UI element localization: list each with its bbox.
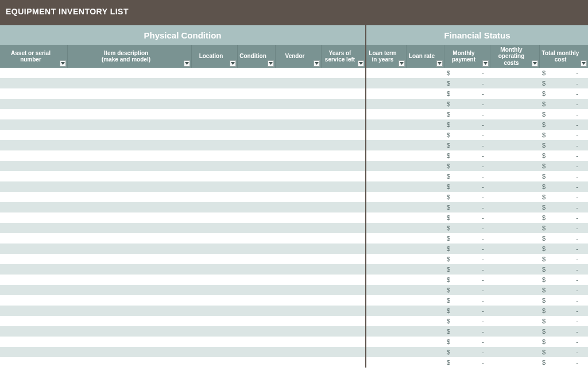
cell-loan-term[interactable] bbox=[366, 181, 407, 192]
cell-loan-term[interactable] bbox=[366, 326, 407, 337]
cell-loan-term[interactable] bbox=[366, 264, 407, 275]
cell-loan-term[interactable] bbox=[366, 254, 407, 264]
table-row[interactable]: $-$- bbox=[0, 326, 588, 337]
cell-loan-rate[interactable] bbox=[407, 275, 444, 285]
table-row[interactable]: $-$- bbox=[0, 295, 588, 306]
cell-total-cost[interactable]: $- bbox=[540, 68, 588, 78]
cell-total-cost[interactable]: $- bbox=[540, 326, 588, 337]
filter-monthly-payment[interactable] bbox=[482, 60, 489, 67]
cell-monthly-payment[interactable]: $- bbox=[444, 316, 490, 326]
cell-loan-rate[interactable] bbox=[407, 316, 444, 326]
filter-condition[interactable] bbox=[268, 60, 274, 67]
cell-loan-term[interactable] bbox=[366, 171, 407, 181]
cell-total-cost[interactable]: $- bbox=[540, 161, 588, 171]
table-row[interactable]: $-$- bbox=[0, 171, 588, 181]
cell-loan-term[interactable] bbox=[366, 223, 407, 233]
cell-physical-blank[interactable] bbox=[0, 316, 366, 326]
cell-loan-rate[interactable] bbox=[407, 109, 444, 119]
cell-physical-blank[interactable] bbox=[0, 347, 366, 357]
cell-physical-blank[interactable] bbox=[0, 212, 366, 223]
cell-monthly-payment[interactable]: $- bbox=[444, 275, 490, 285]
cell-monthly-payment[interactable]: $- bbox=[444, 233, 490, 244]
cell-loan-rate[interactable] bbox=[407, 78, 444, 88]
cell-operating-costs[interactable] bbox=[490, 150, 540, 161]
cell-loan-rate[interactable] bbox=[407, 244, 444, 254]
filter-location[interactable] bbox=[230, 60, 236, 67]
table-row[interactable]: $-$- bbox=[0, 68, 588, 78]
cell-total-cost[interactable]: $- bbox=[540, 109, 588, 119]
cell-loan-term[interactable] bbox=[366, 202, 407, 212]
filter-description[interactable] bbox=[184, 60, 190, 67]
cell-physical-blank[interactable] bbox=[0, 140, 366, 150]
filter-loan-rate[interactable] bbox=[436, 60, 443, 67]
cell-operating-costs[interactable] bbox=[490, 109, 540, 119]
cell-monthly-payment[interactable]: $- bbox=[444, 202, 490, 212]
cell-physical-blank[interactable] bbox=[0, 150, 366, 161]
cell-loan-term[interactable] bbox=[366, 99, 407, 109]
cell-loan-term[interactable] bbox=[366, 275, 407, 285]
cell-loan-rate[interactable] bbox=[407, 337, 444, 347]
cell-total-cost[interactable]: $- bbox=[540, 306, 588, 316]
cell-loan-term[interactable] bbox=[366, 109, 407, 119]
table-row[interactable]: $-$- bbox=[0, 316, 588, 326]
cell-monthly-payment[interactable]: $- bbox=[444, 130, 490, 140]
cell-loan-rate[interactable] bbox=[407, 285, 444, 295]
cell-monthly-payment[interactable]: $- bbox=[444, 88, 490, 99]
cell-total-cost[interactable]: $- bbox=[540, 233, 588, 244]
cell-total-cost[interactable]: $- bbox=[540, 223, 588, 233]
table-row[interactable]: $-$- bbox=[0, 264, 588, 275]
cell-total-cost[interactable]: $- bbox=[540, 337, 588, 347]
cell-operating-costs[interactable] bbox=[490, 264, 540, 275]
cell-loan-rate[interactable] bbox=[407, 233, 444, 244]
cell-physical-blank[interactable] bbox=[0, 88, 366, 99]
table-row[interactable]: $-$- bbox=[0, 140, 588, 150]
cell-loan-term[interactable] bbox=[366, 192, 407, 202]
cell-physical-blank[interactable] bbox=[0, 223, 366, 233]
cell-physical-blank[interactable] bbox=[0, 275, 366, 285]
cell-operating-costs[interactable] bbox=[490, 306, 540, 316]
cell-monthly-payment[interactable]: $- bbox=[444, 161, 490, 171]
cell-loan-term[interactable] bbox=[366, 357, 407, 368]
cell-monthly-payment[interactable]: $- bbox=[444, 306, 490, 316]
cell-operating-costs[interactable] bbox=[490, 295, 540, 306]
cell-loan-rate[interactable] bbox=[407, 264, 444, 275]
cell-total-cost[interactable]: $- bbox=[540, 99, 588, 109]
cell-physical-blank[interactable] bbox=[0, 68, 366, 78]
cell-loan-term[interactable] bbox=[366, 78, 407, 88]
cell-physical-blank[interactable] bbox=[0, 295, 366, 306]
cell-operating-costs[interactable] bbox=[490, 140, 540, 150]
cell-physical-blank[interactable] bbox=[0, 161, 366, 171]
table-row[interactable]: $-$- bbox=[0, 202, 588, 212]
table-row[interactable]: $-$- bbox=[0, 285, 588, 295]
table-row[interactable]: $-$- bbox=[0, 233, 588, 244]
cell-physical-blank[interactable] bbox=[0, 306, 366, 316]
table-row[interactable]: $-$- bbox=[0, 119, 588, 130]
cell-loan-rate[interactable] bbox=[407, 254, 444, 264]
cell-loan-term[interactable] bbox=[366, 119, 407, 130]
cell-loan-term[interactable] bbox=[366, 130, 407, 140]
cell-loan-term[interactable] bbox=[366, 285, 407, 295]
cell-operating-costs[interactable] bbox=[490, 347, 540, 357]
cell-physical-blank[interactable] bbox=[0, 78, 366, 88]
cell-total-cost[interactable]: $- bbox=[540, 181, 588, 192]
cell-monthly-payment[interactable]: $- bbox=[444, 357, 490, 368]
filter-loan-term[interactable] bbox=[399, 60, 405, 67]
filter-asset[interactable] bbox=[60, 60, 66, 67]
cell-physical-blank[interactable] bbox=[0, 326, 366, 337]
table-row[interactable]: $-$- bbox=[0, 223, 588, 233]
cell-loan-term[interactable] bbox=[366, 347, 407, 357]
cell-monthly-payment[interactable]: $- bbox=[444, 295, 490, 306]
cell-loan-term[interactable] bbox=[366, 88, 407, 99]
cell-total-cost[interactable]: $- bbox=[540, 285, 588, 295]
cell-operating-costs[interactable] bbox=[490, 337, 540, 347]
table-row[interactable]: $-$- bbox=[0, 109, 588, 119]
table-row[interactable]: $-$- bbox=[0, 99, 588, 109]
cell-loan-term[interactable] bbox=[366, 337, 407, 347]
cell-total-cost[interactable]: $- bbox=[540, 192, 588, 202]
table-row[interactable]: $-$- bbox=[0, 337, 588, 347]
cell-total-cost[interactable]: $- bbox=[540, 212, 588, 223]
cell-monthly-payment[interactable]: $- bbox=[444, 337, 490, 347]
cell-monthly-payment[interactable]: $- bbox=[444, 78, 490, 88]
cell-physical-blank[interactable] bbox=[0, 130, 366, 140]
cell-loan-rate[interactable] bbox=[407, 181, 444, 192]
